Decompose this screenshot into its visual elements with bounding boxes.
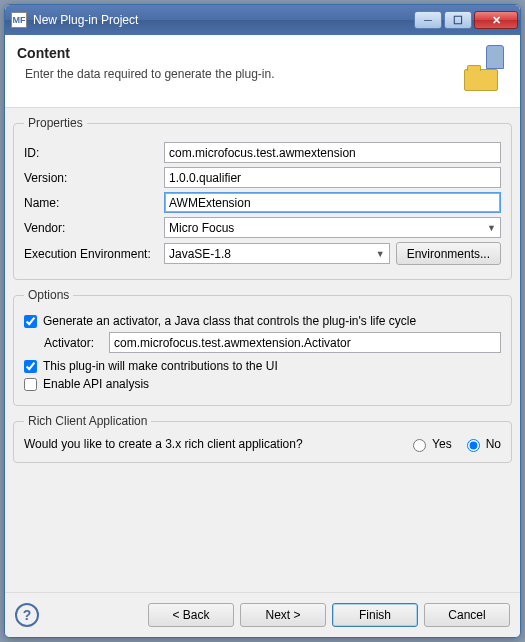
yes-radio[interactable]: [413, 439, 426, 452]
vendor-combo[interactable]: Micro Focus ▼: [164, 217, 501, 238]
app-icon: MF: [11, 12, 27, 28]
version-label: Version:: [24, 171, 164, 185]
version-input[interactable]: [164, 167, 501, 188]
rich-client-group: Rich Client Application Would you like t…: [13, 414, 512, 463]
rich-client-radio-group: Yes No: [408, 436, 501, 452]
yes-radio-label[interactable]: Yes: [408, 436, 452, 452]
next-button[interactable]: Next >: [240, 603, 326, 627]
finish-button[interactable]: Finish: [332, 603, 418, 627]
help-icon[interactable]: ?: [15, 603, 39, 627]
env-value: JavaSE-1.8: [169, 247, 231, 261]
properties-group: Properties ID: Version: Name: Vendor: Mi…: [13, 116, 512, 280]
activator-label: Activator:: [44, 336, 109, 350]
api-analysis-label: Enable API analysis: [43, 377, 149, 391]
close-button[interactable]: ✕: [474, 11, 518, 29]
vendor-label: Vendor:: [24, 221, 164, 235]
back-button[interactable]: < Back: [148, 603, 234, 627]
activator-input[interactable]: [109, 332, 501, 353]
env-label: Execution Environment:: [24, 247, 164, 261]
window-title: New Plug-in Project: [33, 13, 414, 27]
page-subtitle: Enter the data required to generate the …: [25, 67, 460, 81]
minimize-button[interactable]: ─: [414, 11, 442, 29]
execution-environment-combo[interactable]: JavaSE-1.8 ▼: [164, 243, 390, 264]
name-input[interactable]: [164, 192, 501, 213]
dialog-window: MF New Plug-in Project ─ ☐ ✕ Content Ent…: [4, 4, 521, 638]
api-analysis-checkbox[interactable]: [24, 378, 37, 391]
page-title: Content: [17, 45, 460, 61]
vendor-value: Micro Focus: [169, 221, 234, 235]
environments-button[interactable]: Environments...: [396, 242, 501, 265]
ui-contributions-label: This plug-in will make contributions to …: [43, 359, 278, 373]
id-input[interactable]: [164, 142, 501, 163]
titlebar[interactable]: MF New Plug-in Project ─ ☐ ✕: [5, 5, 520, 35]
wizard-footer: ? < Back Next > Finish Cancel: [5, 592, 520, 637]
generate-activator-label: Generate an activator, a Java class that…: [43, 314, 416, 328]
plugin-icon: [460, 45, 508, 93]
properties-legend: Properties: [24, 116, 87, 130]
chevron-down-icon: ▼: [376, 249, 385, 259]
rich-client-legend: Rich Client Application: [24, 414, 151, 428]
maximize-button[interactable]: ☐: [444, 11, 472, 29]
id-label: ID:: [24, 146, 164, 160]
cancel-button[interactable]: Cancel: [424, 603, 510, 627]
no-radio-label[interactable]: No: [462, 436, 501, 452]
options-group: Options Generate an activator, a Java cl…: [13, 288, 512, 406]
options-legend: Options: [24, 288, 73, 302]
generate-activator-checkbox[interactable]: [24, 315, 37, 328]
rich-client-question: Would you like to create a 3.x rich clie…: [24, 437, 408, 451]
window-controls: ─ ☐ ✕: [414, 11, 518, 29]
name-label: Name:: [24, 196, 164, 210]
wizard-header: Content Enter the data required to gener…: [5, 35, 520, 107]
chevron-down-icon: ▼: [487, 223, 496, 233]
ui-contributions-checkbox[interactable]: [24, 360, 37, 373]
no-radio[interactable]: [467, 439, 480, 452]
wizard-content: Properties ID: Version: Name: Vendor: Mi…: [5, 107, 520, 592]
